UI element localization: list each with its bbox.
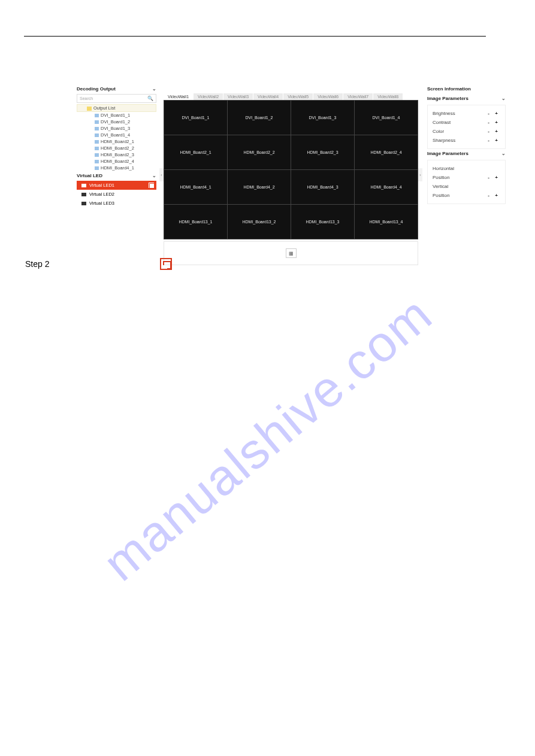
tab-videowall[interactable]: VideoWall4 [253,93,283,100]
search-icon: 🔍 [147,96,153,101]
screen-info-header: Screen Information [427,84,506,94]
virtual-led-item[interactable]: Virtual LED3 [77,199,156,208]
monitor-icon [81,193,86,196]
watermark-text: manualshive.com [92,285,443,593]
search-input[interactable]: Search 🔍 [77,94,156,103]
tab-videowall[interactable]: VideoWall7 [343,93,373,100]
device-icon [95,153,99,157]
chevron-down-icon: ⌄ [501,151,506,156]
tree-item[interactable]: HDMI_Board2_1 [77,138,156,145]
grid-cell[interactable]: HDMI_Board2_3 [291,135,354,169]
grid-cell[interactable]: HDMI_Board13_1 [164,205,227,239]
horizontal-label: Horizontal [433,164,500,173]
device-icon [95,133,99,137]
tree-root-output-list[interactable]: Output List [77,104,156,112]
increase-button[interactable]: + [492,120,500,125]
virtual-led-label: Virtual LED [77,173,102,178]
image-parameters-header-2[interactable]: Image Parameters ⌄ [427,149,506,159]
tree-item[interactable]: HDMI_Board4_1 [77,165,156,171]
tree-item[interactable]: DVI_Board1_1 [77,112,156,119]
collapse-left-button[interactable]: ‹ [159,168,164,181]
tab-videowall[interactable]: VideoWall2 [194,93,223,100]
decrease-button[interactable]: - [485,138,492,143]
param-label: Brightness [433,111,485,116]
virtual-led-header[interactable]: Virtual LED ⌄ [77,171,156,181]
monitor-icon [81,184,86,187]
grid-cell[interactable]: HDMI_Board2_1 [164,135,227,169]
edit-icon[interactable] [149,183,154,188]
device-icon [95,160,99,163]
grid-cell[interactable]: HDMI_Board4_4 [355,170,418,204]
grid-cell[interactable]: HDMI_Board2_4 [355,135,418,169]
tab-videowall[interactable]: VideoWall1 [164,93,193,100]
param-label: Sharpness [433,138,485,143]
tree-item[interactable]: DVI_Board1_2 [77,119,156,125]
image-parameters-card: Brightness - + Contrast - + Color - + Sh… [427,105,506,149]
increase-button[interactable]: + [492,129,500,134]
grid-layout-button[interactable]: ▦ [286,248,297,258]
position-card: Horizontal Position - + Vertical Positio… [427,160,506,204]
collapse-right-button[interactable]: › [418,168,422,181]
position-label: Position [433,175,485,180]
increase-button[interactable]: + [492,138,500,143]
grid-cell[interactable]: DVI_Board1_4 [355,101,418,135]
video-wall-grid: DVI_Board1_1 DVI_Board1_2 DVI_Board1_3 D… [164,100,418,239]
decoding-output-label: Decoding Output [77,86,116,92]
increase-button[interactable]: + [492,175,500,180]
tree-item[interactable]: HDMI_Board2_3 [77,151,156,158]
decrease-button[interactable]: - [485,120,492,125]
monitor-icon [81,202,86,205]
grid-cell[interactable]: HDMI_Board13_2 [228,205,291,239]
grid-cell[interactable]: DVI_Board1_1 [164,101,227,135]
decrease-button[interactable]: - [485,129,492,134]
grid-cell[interactable]: HDMI_Board4_2 [228,170,291,204]
image-parameters-header[interactable]: Image Parameters ⌄ [427,94,506,104]
status-bar: ▦ [164,241,418,265]
device-icon [95,147,99,150]
tab-videowall[interactable]: VideoWall3 [223,93,253,100]
chevron-down-icon: ⌄ [152,86,156,92]
grid-cell[interactable]: DVI_Board1_2 [228,101,291,135]
increase-button[interactable]: + [492,111,500,116]
grid-cell[interactable]: HDMI_Board4_1 [164,170,227,204]
device-icon [95,140,99,144]
tab-videowall[interactable]: VideoWall8 [373,93,403,100]
grid-cell[interactable]: HDMI_Board13_4 [355,205,418,239]
device-icon [95,127,99,130]
tree-item[interactable]: HDMI_Board2_4 [77,158,156,165]
search-placeholder: Search [80,96,93,101]
tree-item[interactable]: DVI_Board1_3 [77,125,156,132]
grid-cell[interactable]: HDMI_Board13_3 [291,205,354,239]
grid-cell[interactable]: HDMI_Board4_3 [291,170,354,204]
tab-videowall[interactable]: VideoWall5 [283,93,313,100]
grid-cell[interactable]: DVI_Board1_3 [291,101,354,135]
grid-cell[interactable]: HDMI_Board2_2 [228,135,291,169]
tree-root-label: Output List [93,105,115,111]
decrease-button[interactable]: - [485,175,492,180]
vertical-label: Vertical [433,182,500,191]
grid-icon: ▦ [289,251,294,256]
decrease-button[interactable]: - [485,111,492,116]
header-rule [24,36,486,37]
edit-icon [160,258,172,270]
increase-button[interactable]: + [492,193,500,198]
virtual-led-item[interactable]: Virtual LED1 [77,181,156,190]
chevron-down-icon: ⌄ [152,173,156,178]
device-icon [95,120,99,124]
tab-videowall[interactable]: VideoWall6 [313,93,343,100]
tree-item[interactable]: DVI_Board1_4 [77,132,156,138]
tree-item[interactable]: HDMI_Board2_2 [77,145,156,151]
param-label: Color [433,129,485,134]
decoding-output-header[interactable]: Decoding Output ⌄ [77,84,156,94]
device-icon [95,166,99,170]
position-label: Position [433,193,485,198]
chevron-down-icon: ⌄ [501,96,506,101]
decrease-button[interactable]: - [485,193,492,198]
param-label: Contrast [433,120,485,125]
virtual-led-item[interactable]: Virtual LED2 [77,190,156,199]
step-label: Step 2 [25,259,160,269]
device-icon [95,114,99,117]
folder-icon [87,107,92,111]
